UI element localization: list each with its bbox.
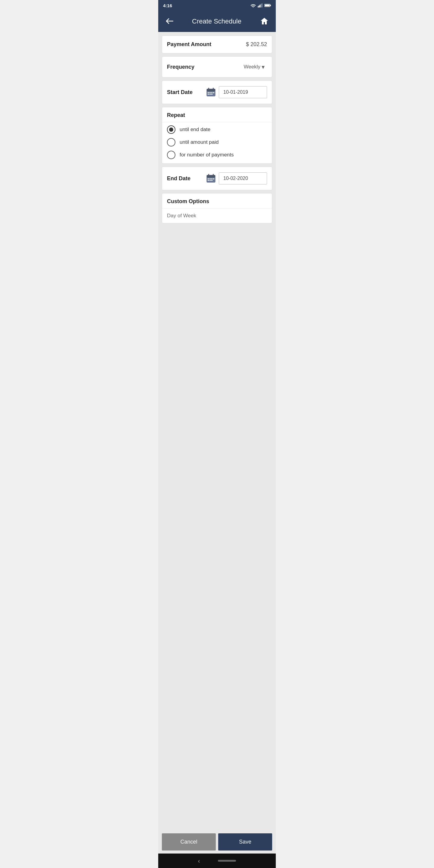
frequency-card: Frequency Weekly ▾ bbox=[162, 56, 272, 78]
cancel-button[interactable]: Cancel bbox=[162, 833, 216, 850]
start-date-card: Start Date bbox=[162, 81, 272, 104]
radio-num-payments-circle bbox=[167, 151, 176, 159]
signal-icon bbox=[258, 3, 262, 7]
save-button[interactable]: Save bbox=[218, 833, 272, 850]
radio-num-payments-label: for number of payments bbox=[180, 152, 234, 158]
end-date-label: End Date bbox=[167, 176, 190, 182]
svg-rect-1 bbox=[258, 5, 259, 7]
svg-rect-3 bbox=[261, 4, 261, 7]
payment-amount-card: Payment Amount $ 202.52 bbox=[162, 36, 272, 53]
payment-amount-value: $ 202.52 bbox=[246, 41, 267, 48]
end-date-wrapper: 10-02-2020 bbox=[206, 173, 267, 184]
repeat-option-num-payments[interactable]: for number of payments bbox=[167, 151, 267, 159]
start-date-input[interactable]: 10-01-2019 bbox=[219, 86, 267, 98]
svg-rect-25 bbox=[211, 179, 213, 179]
svg-rect-21 bbox=[208, 174, 209, 176]
svg-rect-6 bbox=[270, 5, 271, 6]
custom-options-card: Custom Options Day of Week bbox=[162, 193, 272, 223]
custom-options-header: Custom Options bbox=[162, 193, 272, 209]
end-date-calendar-icon[interactable] bbox=[206, 173, 216, 184]
svg-rect-15 bbox=[213, 92, 214, 93]
svg-rect-14 bbox=[211, 92, 213, 93]
repeat-label: Repeat bbox=[167, 112, 185, 118]
home-button[interactable] bbox=[259, 16, 270, 27]
start-date-label: Start Date bbox=[167, 89, 193, 96]
svg-rect-4 bbox=[261, 3, 262, 7]
start-date-calendar-icon[interactable] bbox=[206, 87, 216, 98]
radio-end-date-label: until end date bbox=[180, 127, 210, 133]
svg-rect-20 bbox=[207, 175, 215, 178]
chevron-down-icon: ▾ bbox=[261, 63, 265, 70]
repeat-option-end-date[interactable]: until end date bbox=[167, 125, 267, 134]
repeat-option-amount-paid[interactable]: until amount paid bbox=[167, 138, 267, 147]
radio-end-date-dot bbox=[169, 127, 173, 132]
svg-rect-12 bbox=[208, 92, 209, 93]
frequency-label: Frequency bbox=[167, 64, 194, 70]
svg-rect-24 bbox=[210, 179, 211, 179]
status-icons bbox=[250, 3, 271, 7]
end-date-input[interactable]: 10-02-2020 bbox=[219, 173, 267, 184]
svg-rect-11 bbox=[213, 88, 214, 90]
svg-rect-23 bbox=[208, 179, 209, 179]
repeat-options: until end date until amount paid for num… bbox=[162, 122, 272, 163]
svg-rect-7 bbox=[265, 4, 270, 6]
start-date-wrapper: 10-01-2019 bbox=[206, 86, 267, 98]
back-button[interactable] bbox=[164, 17, 175, 27]
status-time: 4:16 bbox=[163, 3, 172, 8]
svg-rect-9 bbox=[207, 89, 215, 91]
repeat-header: Repeat bbox=[162, 107, 272, 122]
frequency-dropdown[interactable]: Weekly ▾ bbox=[241, 62, 267, 72]
day-of-week-label: Day of Week bbox=[167, 213, 196, 218]
svg-rect-18 bbox=[211, 94, 213, 95]
svg-rect-0 bbox=[258, 6, 258, 7]
bottom-bar: Cancel Save bbox=[158, 830, 276, 854]
svg-rect-26 bbox=[213, 179, 214, 179]
svg-rect-16 bbox=[208, 94, 209, 95]
app-header: Create Schedule bbox=[158, 11, 276, 32]
calendar-svg-2 bbox=[206, 174, 216, 183]
system-back-icon[interactable]: ‹ bbox=[198, 858, 200, 864]
custom-options-label: Custom Options bbox=[167, 198, 209, 204]
radio-end-date-circle bbox=[167, 125, 176, 134]
payment-amount-label: Payment Amount bbox=[167, 41, 211, 48]
svg-rect-22 bbox=[213, 174, 214, 176]
svg-rect-10 bbox=[208, 88, 209, 90]
home-icon bbox=[260, 17, 269, 25]
status-bar: 4:16 bbox=[158, 0, 276, 11]
main-content: Payment Amount $ 202.52 Frequency Weekly… bbox=[158, 32, 276, 830]
calendar-svg bbox=[206, 87, 216, 97]
svg-rect-29 bbox=[211, 180, 213, 181]
radio-amount-paid-label: until amount paid bbox=[180, 139, 218, 145]
system-home-pill[interactable] bbox=[218, 860, 236, 862]
custom-options-body: Day of Week bbox=[162, 209, 272, 223]
end-date-card: End Date bbox=[162, 167, 272, 190]
frequency-selected-value: Weekly bbox=[244, 64, 260, 70]
radio-amount-paid-circle bbox=[167, 138, 176, 147]
wifi-icon bbox=[250, 3, 256, 7]
svg-rect-17 bbox=[210, 94, 211, 95]
repeat-card: Repeat until end date until amount paid … bbox=[162, 107, 272, 164]
svg-rect-28 bbox=[210, 180, 211, 181]
svg-rect-27 bbox=[208, 180, 209, 181]
svg-rect-13 bbox=[210, 92, 211, 93]
svg-rect-2 bbox=[260, 4, 261, 7]
battery-icon bbox=[264, 3, 271, 7]
page-title: Create Schedule bbox=[192, 18, 241, 25]
system-nav-bar: ‹ bbox=[158, 854, 276, 868]
back-arrow-icon bbox=[165, 18, 173, 24]
